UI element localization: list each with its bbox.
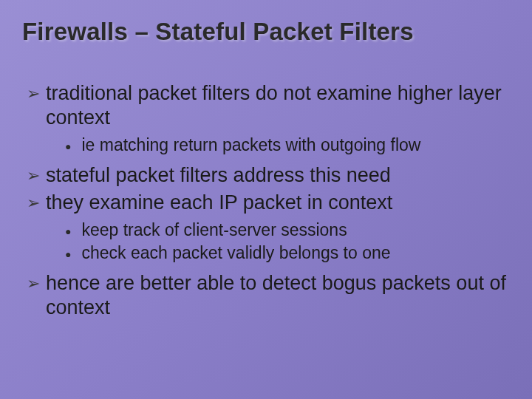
sub-bullet-item: ● ie matching return packets with outgoi… (65, 134, 510, 156)
sub-bullet-text: check each packet validly belongs to one (81, 242, 510, 264)
bullet-item: ➢ stateful packet filters address this n… (27, 163, 510, 188)
bullet-text: they examine each IP packet in context (46, 191, 510, 215)
arrow-bullet-icon: ➢ (27, 194, 40, 214)
bullet-item: ➢ hence are better able to detect bogus … (27, 271, 510, 320)
bullet-text: traditional packet filters do not examin… (46, 81, 510, 130)
bullet-list: ➢ traditional packet filters do not exam… (22, 81, 510, 320)
bullet-item: ➢ traditional packet filters do not exam… (27, 81, 510, 130)
arrow-bullet-icon: ➢ (27, 166, 40, 186)
slide-title: Firewalls – Stateful Packet Filters (22, 18, 510, 46)
bullet-text: stateful packet filters address this nee… (46, 163, 510, 188)
arrow-bullet-icon: ➢ (27, 84, 40, 104)
sub-bullet-list: ● ie matching return packets with outgoi… (22, 134, 510, 156)
sub-bullet-text: ie matching return packets with outgoing… (81, 134, 510, 156)
sub-bullet-text: keep track of client-server sessions (81, 219, 510, 241)
dot-bullet-icon: ● (65, 248, 71, 262)
sub-bullet-list: ● keep track of client-server sessions ●… (22, 219, 510, 265)
dot-bullet-icon: ● (65, 140, 71, 154)
sub-bullet-item: ● keep track of client-server sessions (65, 219, 510, 241)
bullet-text: hence are better able to detect bogus pa… (46, 271, 510, 320)
sub-bullet-item: ● check each packet validly belongs to o… (65, 242, 510, 264)
dot-bullet-icon: ● (65, 225, 71, 239)
arrow-bullet-icon: ➢ (27, 274, 40, 294)
bullet-item: ➢ they examine each IP packet in context (27, 191, 510, 215)
